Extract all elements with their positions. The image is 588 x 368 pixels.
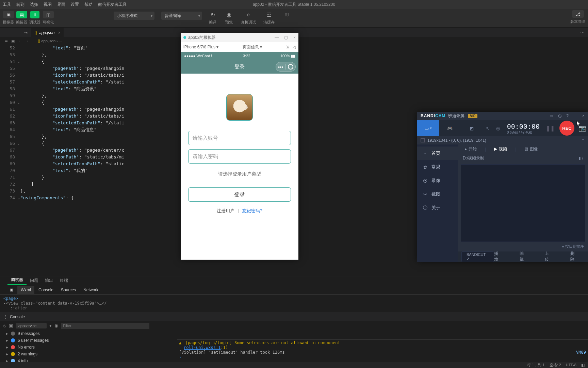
editor-tab-appjson[interactable]: {} app.json ×	[31, 28, 64, 37]
tabs-collapse-icon[interactable]: ⇥	[20, 30, 31, 35]
menu-view[interactable]: 视图	[41, 2, 54, 7]
indent-setting[interactable]: 空格: 2	[550, 363, 561, 368]
screenshot-button[interactable]: 📷	[578, 124, 586, 132]
wxml-tree[interactable]: <page> ▸<view class="content data-v-19c5…	[0, 295, 588, 312]
play-button[interactable]: 播放	[494, 251, 502, 262]
help-icon[interactable]: ?	[566, 113, 569, 118]
delete-button[interactable]: 删除	[570, 251, 578, 262]
minimize-icon[interactable]: —	[573, 113, 577, 118]
bandi-side-item[interactable]: ✂截图	[417, 187, 458, 201]
console-context-icon[interactable]: ▣	[9, 323, 13, 328]
tab-terminal[interactable]: 终端	[56, 276, 71, 285]
console-category[interactable]: ▸9 messages	[0, 330, 588, 337]
devtab-wxml[interactable]: Wxml	[17, 286, 34, 294]
tab-close-icon[interactable]: ×	[58, 30, 60, 35]
sort-button[interactable]: ≡ 按日期排序	[458, 244, 588, 251]
menu-ui[interactable]: 界面	[54, 2, 68, 7]
cache-icon[interactable]: ☲	[265, 11, 274, 18]
notification-icon[interactable]: ◧	[581, 363, 585, 367]
sim-pin-icon[interactable]: ⇲	[286, 45, 289, 49]
close-icon[interactable]: ×	[582, 113, 585, 118]
visualize-toggle[interactable]: ◫	[43, 11, 54, 18]
recordings-list[interactable]	[461, 164, 585, 242]
tab-image[interactable]: ▧图像	[524, 146, 538, 152]
bottom-panel-tabs: 调试器 问题 输出 终端	[0, 276, 588, 285]
bandi-side-item[interactable]: ⦿录像	[417, 174, 458, 187]
breadcrumb-file[interactable]: app.json	[41, 39, 55, 43]
login-button[interactable]: 登录	[188, 187, 291, 202]
encoding[interactable]: UTF-8	[566, 363, 576, 367]
vm-link[interactable]: VM89	[576, 350, 586, 355]
menu-tools[interactable]: 工具	[0, 2, 14, 7]
cursor-icon[interactable]: ↖	[483, 120, 493, 136]
tab-video[interactable]: ▶视频	[494, 146, 507, 152]
menu-goto[interactable]: 转到	[14, 2, 27, 7]
tab-output[interactable]: 输出	[42, 276, 56, 285]
folder-icon[interactable]: ▭	[550, 113, 553, 118]
bookmark-icon[interactable]: ▣	[11, 39, 15, 43]
capsule-menu-icon[interactable]: •••	[276, 64, 285, 70]
tab-problems[interactable]: 问题	[27, 276, 42, 285]
bandi-side-item[interactable]: ⓘ关于	[417, 201, 458, 215]
console-prompt[interactable]: ›	[179, 355, 586, 359]
nav-back-icon[interactable]: ←	[18, 39, 22, 43]
page-info-select[interactable]: 页面信息 ▾	[243, 44, 262, 50]
eye-icon[interactable]: ◉	[54, 323, 58, 328]
tab-start[interactable]: ▸开始	[465, 146, 477, 152]
pause-button[interactable]: ❚❚	[546, 125, 555, 132]
devtab-sources[interactable]: Sources	[58, 286, 79, 294]
username-input[interactable]: 请输入账号	[188, 131, 291, 145]
capsule-close-icon[interactable]	[288, 64, 293, 70]
forgot-password-link[interactable]: 忘记密码?	[242, 208, 262, 213]
editor-toggle[interactable]: ▤	[16, 11, 27, 18]
open-folder-icon[interactable]: ▮ /	[578, 156, 583, 160]
version-mgmt-button[interactable]: ⎇	[572, 10, 584, 18]
cursor-position[interactable]: 行 1，列 1	[527, 363, 544, 368]
device-select[interactable]: iPhone 6/7/8 Plus ▾	[183, 45, 218, 49]
debugger-toggle[interactable]: ⌗	[30, 11, 39, 18]
simulator-toggle[interactable]: ▣	[3, 11, 14, 18]
bandi-side-item[interactable]: ✿常规	[417, 160, 458, 174]
expand-icon[interactable]: ⌃	[581, 138, 585, 143]
sim-max-icon[interactable]: ▢	[284, 35, 288, 40]
record-button[interactable]: REC	[559, 121, 574, 136]
tab-more-icon[interactable]: ⋯	[577, 30, 588, 35]
breadcrumb-more[interactable]: ...	[59, 39, 62, 43]
device-mode-button[interactable]: ◩	[461, 120, 483, 136]
remote-debug-icon[interactable]: ⟐	[244, 11, 253, 18]
menu-devtool[interactable]: 微信开发者工具	[95, 2, 129, 7]
mode-dropdown[interactable]: 小程序模式	[114, 12, 154, 20]
inspect-icon[interactable]: ▣	[6, 286, 17, 294]
console-context-select[interactable]: appservice	[16, 323, 47, 328]
schedule-icon[interactable]: ◷	[558, 113, 561, 118]
output-path[interactable]: D:\视频录制	[463, 155, 484, 161]
menu-select[interactable]: 选择	[27, 2, 41, 7]
bandicut-button[interactable]: BANDICUT ↗	[461, 251, 494, 262]
sim-close-icon[interactable]: ×	[293, 35, 296, 40]
menu-settings[interactable]: 设置	[68, 2, 82, 7]
register-link[interactable]: 注册用户	[217, 208, 234, 213]
mic-icon[interactable]: ◎	[493, 120, 503, 136]
upload-button[interactable]: 上传	[545, 251, 552, 262]
console-source-link[interactable]: roll-uni.wxss:1	[184, 345, 220, 350]
console-filter-input[interactable]	[61, 323, 149, 329]
menu-help[interactable]: 帮助	[82, 2, 95, 7]
devtab-console[interactable]: Console	[35, 286, 57, 294]
tab-debugger[interactable]: 调试器	[7, 276, 27, 285]
extra-icon[interactable]: ≋	[282, 11, 291, 18]
console-clear-icon[interactable]: ⦸	[3, 323, 6, 328]
devtab-network[interactable]: Network	[80, 286, 102, 294]
sim-mute-icon[interactable]: ◁	[293, 45, 296, 49]
screen-mode-button[interactable]: ▭▾	[417, 120, 439, 136]
compile-icon[interactable]: ↻	[208, 11, 217, 18]
nav-fwd-icon[interactable]: →	[25, 39, 29, 43]
info-checkbox[interactable]	[421, 138, 425, 142]
preview-icon[interactable]: ◉	[225, 11, 233, 18]
list-icon[interactable]: ≣	[5, 39, 8, 43]
edit-button[interactable]: 编辑	[520, 251, 527, 262]
password-input[interactable]: 请输入密码	[188, 149, 291, 164]
bandi-side-item[interactable]: ⌂首页	[417, 147, 458, 160]
sim-min-icon[interactable]: —	[275, 35, 279, 40]
compile-dropdown[interactable]: 普通编译	[161, 12, 202, 20]
game-mode-button[interactable]: 🎮	[439, 120, 461, 136]
